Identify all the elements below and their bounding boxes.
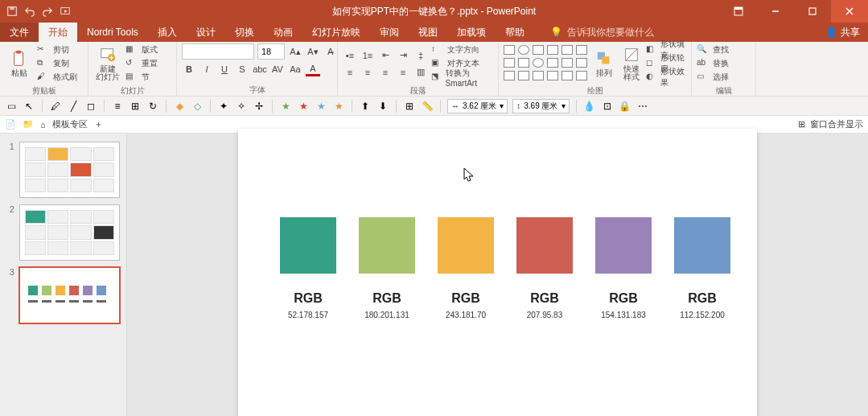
thumbnail-panel[interactable]: 1 2 3 [0,134,127,416]
fontname-input[interactable] [182,43,254,60]
shapeeffects-button[interactable]: ◐形状效果 [646,71,686,84]
tb-effect1-icon[interactable]: ✦ [217,100,230,113]
tb-ruler-icon[interactable]: 📏 [421,100,434,113]
tb-outline-icon[interactable]: ◇ [191,100,204,113]
layout-button[interactable]: ▦版式 [125,43,158,56]
swatch-1[interactable] [359,217,415,274]
newslide-button[interactable]: 新建 幻灯片 [93,44,122,83]
thumbnail-2[interactable]: 2 [0,201,126,264]
reset-button[interactable]: ↺重置 [125,57,158,70]
indent-dec-button[interactable]: ⇤ [378,48,393,63]
underline-button[interactable]: U [217,62,232,76]
ribbon-options-icon[interactable] [720,0,757,23]
spacing-button[interactable]: AV [270,62,285,76]
shadow-button[interactable]: abc [253,62,267,76]
tb-grid-icon[interactable]: ⊞ [403,100,416,113]
cut-button[interactable]: ✂剪切 [37,43,77,56]
tab-home[interactable]: 开始 [39,23,77,42]
clear-format-button[interactable]: A̶ [323,44,338,59]
swatch-5[interactable] [674,217,730,274]
tb-more-icon[interactable]: ⋯ [636,100,649,113]
tb-rotate-icon[interactable]: ↻ [146,100,159,113]
fontsize-input[interactable] [257,43,285,60]
thumbnail-3[interactable]: 3 [0,264,126,327]
thumbnail-1[interactable]: 1 [0,138,126,201]
bc-new-icon[interactable]: 📄 [5,119,16,130]
tb-anim3-icon[interactable]: ★ [315,100,327,113]
share-button[interactable]: 👤 共享 [817,23,868,42]
justify-button[interactable]: ≡ [396,65,410,80]
find-button[interactable]: 🔍查找 [697,43,729,56]
tab-nordri[interactable]: Nordri Tools [77,23,148,42]
slide-canvas[interactable]: RGB52.178.157RGB180.201.131RGB243.181.70… [127,134,868,416]
swatch-2[interactable] [438,217,494,274]
indent-inc-button[interactable]: ⇥ [396,48,410,63]
slideshow-icon[interactable] [60,6,71,17]
tb-align-icon[interactable]: ≡ [111,100,124,113]
slide[interactable]: RGB52.178.157RGB180.201.131RGB243.181.70… [238,129,757,417]
tb-layer2-icon[interactable]: ⬇ [376,100,389,113]
tb-lock-icon[interactable]: 🔒 [619,100,631,113]
bullets-button[interactable]: •≡ [343,48,357,63]
smartart-button[interactable]: ⬔转换为 SmartArt [431,71,493,84]
tb-crop-icon[interactable]: ⊡ [601,100,614,113]
tb-line-icon[interactable]: ╱ [67,100,80,113]
shape-gallery[interactable] [504,45,589,82]
bc-add-icon[interactable]: ＋ [94,118,103,130]
tab-help[interactable]: 帮助 [496,23,534,42]
maximize-icon[interactable] [794,0,831,23]
align-center-button[interactable]: ≡ [360,65,375,80]
case-button[interactable]: Aa [288,62,302,76]
tab-animations[interactable]: 动画 [264,23,302,42]
swatch-3[interactable] [516,217,573,274]
bc-open-icon[interactable]: 📁 [23,119,34,130]
bc-merge-label[interactable]: 窗口合并显示 [810,118,863,130]
tb-pen-icon[interactable]: 🖊 [49,100,62,113]
arrange-button[interactable]: 排列 [592,44,616,83]
columns-button[interactable]: ▥ [413,65,428,80]
tab-addins[interactable]: 加载项 [447,23,496,42]
height-input[interactable]: ↕3.69 厘米▾ [512,99,569,113]
grow-font-button[interactable]: A▴ [288,44,302,59]
numbering-button[interactable]: 1≡ [360,48,375,63]
tab-file[interactable]: 文件 [0,23,39,42]
tb-pointer-icon[interactable]: ▭ [5,100,18,113]
italic-button[interactable]: I [200,62,214,76]
align-left-button[interactable]: ≡ [343,65,357,80]
tb-effect3-icon[interactable]: ✢ [253,100,265,113]
tb-shape-icon[interactable]: ◻ [84,100,97,113]
tb-anim1-icon[interactable]: ★ [279,100,292,113]
fontcolor-button[interactable]: A [306,62,320,76]
swatch-4[interactable] [595,217,652,274]
quickstyles-button[interactable]: 快速样式 [619,44,644,83]
tab-review[interactable]: 审阅 [370,23,409,42]
tb-effect2-icon[interactable]: ✧ [235,100,248,113]
tb-fill-icon[interactable]: ◆ [173,100,186,113]
bold-button[interactable]: B [182,62,196,76]
minimize-icon[interactable] [757,0,794,23]
select-button[interactable]: ▭选择 [697,71,729,84]
redo-icon[interactable] [42,6,53,17]
strike-button[interactable]: S [235,62,249,76]
tab-transitions[interactable]: 切换 [225,23,264,42]
bc-templates[interactable]: 模板专区 [52,118,88,130]
swatch-0[interactable] [280,217,336,274]
shrink-font-button[interactable]: A▾ [306,44,320,59]
tb-eyedrop-icon[interactable]: 💧 [583,100,596,113]
section-button[interactable]: ▤节 [125,71,158,84]
linespacing-button[interactable]: ‡ [413,48,428,63]
textdir-button[interactable]: ↕文字方向 [431,43,493,56]
formatpainter-button[interactable]: 🖌格式刷 [37,71,77,84]
width-input[interactable]: ↔3.62 厘米▾ [447,99,508,113]
tab-view[interactable]: 视图 [409,23,447,42]
tab-slideshow[interactable]: 幻灯片放映 [302,23,370,42]
tb-layer1-icon[interactable]: ⬆ [359,100,372,113]
paste-button[interactable]: 粘贴 [5,44,34,83]
undo-icon[interactable] [24,6,35,17]
align-right-button[interactable]: ≡ [378,65,393,80]
tab-design[interactable]: 设计 [187,23,225,42]
save-icon[interactable] [6,6,18,17]
bc-home-icon[interactable]: ⌂ [40,120,46,130]
tb-anim4-icon[interactable]: ★ [332,100,345,113]
replace-button[interactable]: ab替换 [697,57,729,70]
